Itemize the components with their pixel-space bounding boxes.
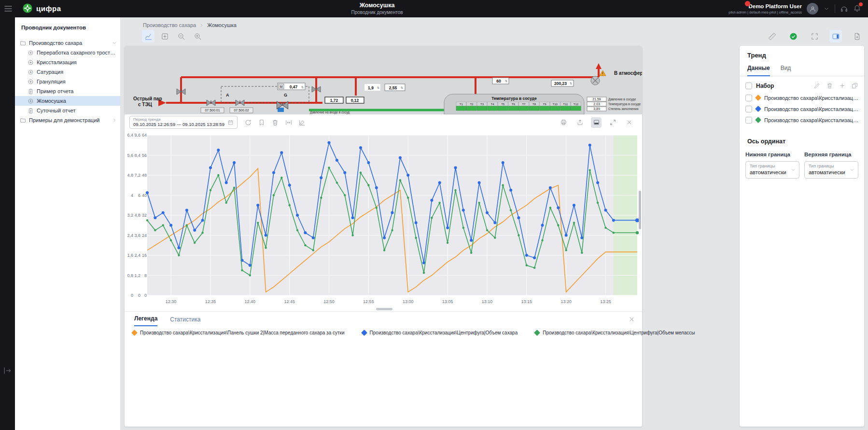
zoom-out-button[interactable] [175, 30, 187, 42]
avatar[interactable] [807, 3, 818, 14]
refresh-icon[interactable] [244, 119, 252, 126]
add-icon[interactable] [839, 82, 846, 89]
edit-icon[interactable] [813, 82, 821, 89]
sidebar-title: Проводник документов [15, 17, 120, 30]
print-button[interactable] [558, 117, 569, 128]
tab-legend[interactable]: Легенда [134, 315, 157, 326]
fullscreen-button[interactable] [808, 30, 821, 42]
dataset-row[interactable]: Производство сахара\Крисстализация\Центр… [740, 103, 864, 114]
chevron-right-icon[interactable] [112, 117, 117, 123]
user-block[interactable]: Demo Platform User pilot-admin | default… [728, 3, 802, 14]
chevron-down-icon[interactable] [823, 5, 830, 12]
sidebar-item[interactable]: Переработка сахарного тростника [15, 48, 120, 57]
zoom-in-button[interactable] [191, 30, 204, 42]
svg-text:2,4: 2,4 [127, 233, 133, 238]
panel-right-icon [832, 32, 840, 41]
svg-text:64: 64 [142, 133, 147, 138]
value-box[interactable]: 0,12 [346, 97, 364, 103]
scada-mimic[interactable]: A G Острый пар с ТЭЦ 07.500.01 07.500.02… [125, 46, 642, 114]
zoom-out-icon [177, 32, 185, 41]
value-box[interactable]: 1,9 ⇅ [364, 84, 380, 91]
notification-dot [859, 2, 863, 6]
motor-value-box[interactable]: M 0,47 ⇅ [278, 83, 305, 90]
value-box[interactable]: 2,55 ⇅ [385, 84, 405, 91]
fit-width-icon[interactable] [285, 119, 293, 126]
svg-text:13:10: 13:10 [482, 299, 493, 304]
spinner-icon[interactable]: ⇅ [505, 80, 507, 83]
lower-bound-select[interactable]: Тип границы автоматически [745, 161, 799, 179]
menu-icon[interactable] [3, 4, 13, 14]
tab-data[interactable]: Данные [747, 65, 770, 76]
sidebar-item-label: Производство сахара [29, 40, 109, 46]
sidebar-item[interactable]: Примеры для демонстраций [15, 115, 120, 125]
duplicate-icon[interactable] [851, 82, 858, 89]
report-icon [28, 108, 34, 114]
dataset-row[interactable]: Производство сахара\Крисстализация\Центр… [740, 114, 864, 125]
value-box[interactable]: 200,23 ⇅ [551, 80, 574, 86]
spinner-icon[interactable]: ⇅ [570, 82, 572, 85]
svg-text:2,55: 2,55 [389, 85, 397, 90]
dataset-checkbox[interactable] [745, 117, 752, 124]
delete-icon[interactable] [271, 119, 279, 126]
delete-icon[interactable] [826, 82, 833, 89]
bookmark-icon[interactable] [258, 119, 266, 126]
edit-chart-icon[interactable] [298, 119, 306, 126]
sidebar-item-label: Примеры для демонстраций [29, 117, 109, 123]
zoom-in-icon [194, 32, 202, 41]
toggle-legend-panel-button[interactable] [591, 117, 602, 128]
expand-panel-icon[interactable] [2, 366, 12, 375]
dataset-checkbox[interactable] [745, 95, 752, 101]
dataset-checkbox[interactable] [745, 106, 752, 112]
export-button[interactable] [574, 117, 585, 128]
app-logo[interactable]: цифра [22, 3, 61, 14]
svg-text:Т7: Т7 [522, 103, 526, 106]
toggle-right-panel-button[interactable] [829, 30, 842, 42]
sidebar-item[interactable]: Пример отчета [15, 86, 120, 96]
sidebar-item[interactable]: Суточный отчет [15, 106, 120, 115]
spinner-icon[interactable]: ⇅ [377, 86, 379, 89]
trend-view-button[interactable] [142, 30, 154, 42]
folder-icon [20, 40, 26, 46]
trend-period-picker[interactable]: Период тренда 09.10.2025 12:26:59 — 09.1… [129, 116, 238, 129]
node-icon [28, 69, 34, 75]
node-icon [28, 50, 34, 56]
spinner-icon[interactable]: ⇅ [401, 86, 403, 89]
panel-resize-handle[interactable] [376, 308, 392, 310]
set-checkbox[interactable] [745, 83, 752, 89]
logo-icon [22, 3, 33, 14]
tab-statistics[interactable]: Статистика [170, 316, 200, 326]
close-icon[interactable] [628, 316, 635, 323]
sidebar-item[interactable]: Крисстализация [15, 57, 120, 67]
svg-text:1,2: 1,2 [134, 273, 140, 278]
upper-bound-select[interactable]: Тип границы автоматически [804, 161, 858, 179]
sidebar-item-label: Грануляция [37, 79, 117, 84]
measure-button[interactable] [766, 30, 778, 42]
svg-text:9,6: 9,6 [134, 133, 140, 138]
node-icon [28, 59, 34, 66]
calendar-icon[interactable] [227, 119, 234, 125]
trend-chart[interactable]: 12:30 12:35 12:40 12:45 12:50 12:55 13:0… [125, 130, 642, 306]
legend-item-label: Производство сахара\Крисстализация\Центр… [543, 330, 695, 335]
sidebar-item[interactable]: Жомосушка [15, 96, 120, 106]
svg-text:200,23: 200,23 [554, 81, 567, 86]
add-widget-button[interactable] [158, 30, 171, 42]
sidebar-item[interactable]: Сатурация [15, 67, 120, 77]
dataset-row[interactable]: Производство сахара\Крисстализация\Панел… [740, 92, 864, 103]
validation-status-button[interactable] [787, 30, 799, 42]
chevron-down-icon[interactable] [112, 40, 117, 46]
value-box[interactable]: 1,72 [325, 97, 343, 103]
svg-text:Т6: Т6 [512, 103, 516, 106]
support-headset-icon[interactable] [840, 5, 848, 13]
notifications-button[interactable] [853, 4, 861, 14]
spinner-icon[interactable]: ⇅ [301, 86, 304, 89]
maximize-button[interactable] [607, 117, 618, 128]
close-trend-button[interactable] [624, 117, 634, 128]
breadcrumb-parent[interactable]: Производство сахара [143, 22, 196, 28]
svg-text:4,8: 4,8 [127, 173, 133, 178]
value-box[interactable]: 60 ⇅ [492, 78, 509, 84]
tab-view[interactable]: Вид [781, 65, 791, 76]
sidebar-item[interactable]: Производство сахара [15, 38, 120, 48]
chart-scrollbar[interactable] [639, 191, 641, 229]
new-document-button[interactable] [851, 30, 863, 42]
sidebar-item[interactable]: Грануляция [15, 77, 120, 86]
